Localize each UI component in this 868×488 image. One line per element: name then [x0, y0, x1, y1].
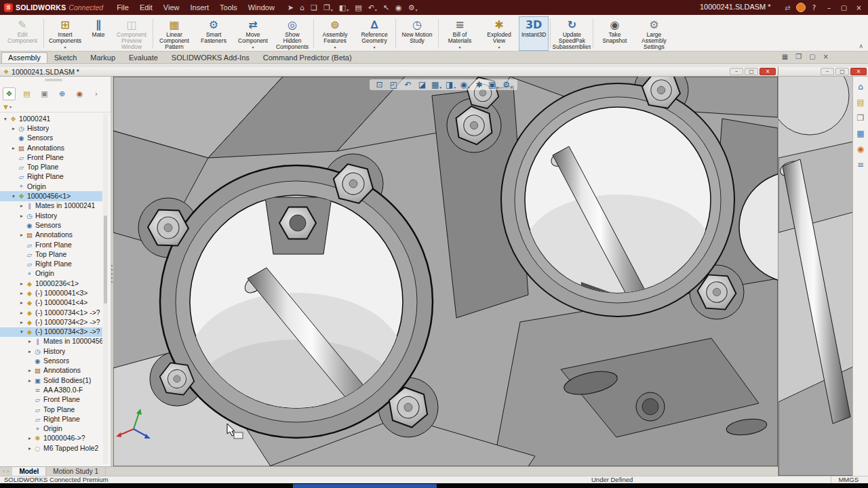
options-icon[interactable]: ⚙▾: [406, 3, 420, 13]
tree-item-10000241[interactable]: ▾❖10000241: [0, 114, 102, 123]
graphics-viewport[interactable]: ⊡◰↶◪▦▾◨▾◉▾✱▣▾⚙▾: [113, 77, 778, 466]
apply-scene-icon[interactable]: ▣▾: [486, 80, 500, 89]
tab-assembly[interactable]: Assembly: [1, 52, 47, 63]
tree-item-10000041-3[interactable]: ▸◆(-) 10000041<3>: [0, 288, 102, 298]
expand-arrow-icon[interactable]: ▸: [26, 378, 33, 384]
tree-item-sensors[interactable]: ◉Sensors: [0, 356, 102, 365]
expand-arrow-icon[interactable]: ▸: [18, 281, 25, 287]
tree-scrollbar[interactable]: [103, 114, 108, 464]
tree-item-10000236-1[interactable]: ▸◆10000236<1>: [0, 279, 102, 288]
ribbon-reference-geometry[interactable]: ∆Reference Geometry▾: [355, 16, 394, 51]
view-orientation-icon[interactable]: ▦▾: [429, 80, 443, 89]
zoom-fit-icon[interactable]: ⊡: [372, 80, 387, 89]
restore-button[interactable]: ▢: [837, 1, 850, 14]
expand-arrow-icon[interactable]: ▸: [26, 338, 33, 344]
menu-view[interactable]: View: [158, 1, 185, 14]
zoom-area-icon[interactable]: ◰: [387, 80, 401, 89]
tab-evaluate[interactable]: Evaluate: [122, 52, 165, 63]
rp-minimize-button[interactable]: –: [821, 68, 834, 75]
expand-arrow-icon[interactable]: ▸: [18, 203, 25, 209]
tree-item-mates-in-10000241[interactable]: ▸∥Mates in 10000241: [0, 201, 102, 211]
file-explorer-tab-icon[interactable]: ❐: [857, 113, 865, 123]
ribbon-exploded-view[interactable]: ✱Exploded View▾: [479, 16, 519, 51]
tree-item-sensors[interactable]: ◉Sensors: [0, 134, 102, 143]
tree-item-10000734-1[interactable]: ▸◆(-) 10000734<1> ->?: [0, 308, 102, 317]
collapse-ribbon-chevron-icon[interactable]: ∧: [859, 43, 863, 49]
display-style-icon[interactable]: ◨▾: [443, 80, 458, 89]
menu-window[interactable]: Window: [243, 1, 280, 14]
status-units[interactable]: MMGS: [831, 476, 859, 483]
tree-item-front-plane[interactable]: ▱Front Plane: [0, 152, 102, 162]
tree-item-front-plane[interactable]: ▱Front Plane: [0, 395, 102, 405]
appearances-tab-icon[interactable]: ◉: [857, 144, 864, 154]
home-tab-icon[interactable]: ⌂: [858, 82, 863, 92]
propertymanager-tab[interactable]: ▤: [20, 87, 33, 100]
tree-item-annotations[interactable]: ▸▤Annotations: [0, 230, 102, 240]
expand-arrow-icon[interactable]: ▸: [10, 125, 17, 131]
secondary-3d-scene[interactable]: [778, 77, 853, 476]
tree-item-history[interactable]: ▸◷History: [0, 346, 102, 356]
tree-item-right-plane[interactable]: ▱Right Plane: [0, 414, 102, 424]
tree-item-right-plane[interactable]: ▱Right Plane: [0, 259, 102, 268]
tree-item-origin[interactable]: ⌖Origin: [0, 182, 102, 191]
edit-appearance-icon[interactable]: ✱: [472, 80, 486, 89]
tree-item-sensors[interactable]: ◉Sensors: [0, 220, 102, 230]
close-window-icon[interactable]: ×: [823, 53, 829, 60]
expand-arrow-icon[interactable]: ▸: [18, 213, 25, 219]
tree-item-annotations[interactable]: ▸▤Annotations: [0, 366, 102, 375]
dimxpertmanager-tab[interactable]: ⊕: [56, 87, 68, 100]
tree-item-right-plane[interactable]: ▱Right Plane: [0, 172, 102, 182]
help-button[interactable]: ?: [808, 1, 821, 14]
open-icon[interactable]: ❐▾: [321, 3, 335, 13]
tab-command-predictor-beta[interactable]: Command Predictor (Beta): [256, 52, 359, 63]
cascade-windows-icon[interactable]: ❐: [795, 53, 802, 60]
expand-arrow-icon[interactable]: ▸: [10, 145, 17, 151]
menu-file[interactable]: File: [111, 1, 134, 14]
rebuild-icon[interactable]: ◉: [393, 3, 404, 13]
ribbon-large-assembly-settings[interactable]: ⚙Large Assembly Settings▾: [634, 16, 673, 51]
ribbon-instant3d[interactable]: 3DInstant3D: [519, 16, 549, 51]
tree-item-10000046[interactable]: ▸✱10000046->?: [0, 434, 102, 443]
tree-item-origin[interactable]: ⌖Origin: [0, 269, 102, 279]
tree-item-front-plane[interactable]: ▱Front Plane: [0, 240, 102, 249]
tree-item-10000456-1[interactable]: ▾❖10000456<1>: [0, 191, 102, 201]
home-icon[interactable]: ⌂: [298, 3, 307, 13]
ribbon-move-component[interactable]: ⇄Move Component▾: [233, 16, 273, 51]
previous-view-icon[interactable]: ↶: [401, 80, 415, 89]
tab-sketch[interactable]: Sketch: [47, 52, 84, 63]
new-document-icon[interactable]: ❏: [309, 3, 319, 13]
tab-markup[interactable]: Markup: [83, 52, 122, 63]
expand-arrow-icon[interactable]: ▸: [18, 300, 25, 306]
tab-model[interactable]: Model: [12, 467, 46, 476]
platform-sync-icon[interactable]: ⇄: [781, 1, 794, 14]
displaymanager-tab[interactable]: ◉: [73, 87, 86, 100]
configurationmanager-tab[interactable]: ▣: [38, 87, 51, 100]
expand-arrow-icon[interactable]: ▸: [18, 290, 25, 296]
viewport-3d-scene[interactable]: [113, 77, 778, 466]
tree-item-history[interactable]: ▸◷History: [0, 211, 102, 220]
tile-windows-icon[interactable]: ▦: [782, 53, 788, 60]
hide-show-items-icon[interactable]: ◉▾: [458, 80, 472, 89]
ribbon-smart-fasteners[interactable]: ⚙Smart Fasteners: [194, 16, 233, 51]
ribbon-show-hidden-components[interactable]: ◎Show Hidden Components: [273, 16, 312, 51]
expand-arrow-icon[interactable]: ▸: [26, 435, 33, 441]
ribbon-insert-components[interactable]: ⊞Insert Components▾: [45, 16, 85, 51]
user-avatar[interactable]: [796, 3, 806, 12]
minimize-button[interactable]: –: [823, 1, 835, 14]
undo-icon[interactable]: ↶▾: [366, 3, 379, 13]
rp-close-button[interactable]: ×: [850, 68, 867, 75]
ribbon-linear-component-pattern[interactable]: ▦Linear Component Pattern▾: [155, 16, 194, 51]
expand-arrow-icon[interactable]: ▾: [10, 193, 17, 199]
expand-arrow-icon[interactable]: ▸: [26, 445, 33, 451]
expand-arrow-icon[interactable]: ▾: [2, 116, 9, 122]
panel-grab-handle[interactable]: [45, 79, 62, 81]
save-icon[interactable]: ◧▾: [337, 3, 351, 13]
section-view-icon[interactable]: ◪: [415, 80, 429, 89]
ribbon-component-preview-window[interactable]: ◫Component Preview Window: [112, 16, 151, 51]
view-palette-tab-icon[interactable]: ▦: [856, 129, 864, 138]
tree-item-top-plane[interactable]: ▱Top Plane: [0, 249, 102, 259]
tree-item-aa-a380-0-f[interactable]: ≡AA A380.0-F: [0, 385, 102, 394]
tree-item-annotations[interactable]: ▸▤Annotations: [0, 143, 102, 152]
tree-item-origin[interactable]: ⌖Origin: [0, 424, 102, 434]
expand-arrow-icon[interactable]: ▸: [18, 319, 25, 325]
